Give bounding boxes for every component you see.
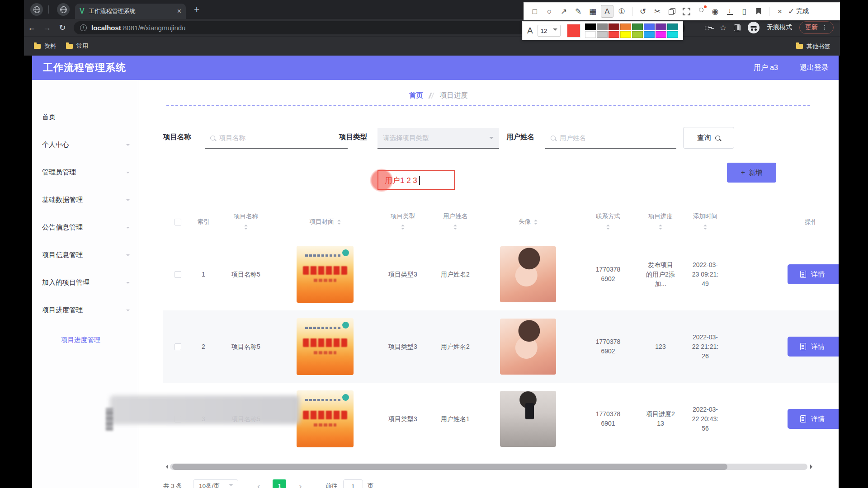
sort-desc-icon[interactable] (703, 228, 707, 231)
sort-asc-icon[interactable] (453, 223, 457, 226)
project-cover-image[interactable] (297, 246, 354, 303)
project-cover-image[interactable] (297, 390, 354, 447)
column-header-7[interactable]: 联系方式 (578, 212, 638, 231)
bookmark-folder-2[interactable]: 常用 (66, 42, 88, 50)
column-header-6[interactable]: 头像 (478, 218, 578, 226)
done-button[interactable]: ✓完成 (788, 5, 809, 18)
column-header-4[interactable]: 项目类型 (373, 212, 433, 231)
window-icon[interactable] (30, 3, 43, 16)
copy-button[interactable] (665, 5, 678, 18)
avatar-image[interactable] (500, 391, 556, 447)
row-checkbox[interactable] (175, 343, 181, 350)
project-type-select[interactable]: 请选择项目类型 (377, 128, 499, 149)
column-header-9[interactable]: 添加时间 (683, 212, 727, 231)
device-button[interactable]: ▯ (738, 5, 750, 18)
sort-arrows[interactable] (606, 223, 610, 231)
other-bookmarks[interactable]: 其他书签 (796, 37, 830, 56)
detail-button[interactable]: 详情 (788, 409, 839, 429)
color-swatch[interactable] (609, 31, 619, 38)
color-swatch[interactable] (597, 31, 608, 38)
horizontal-scrollbar[interactable] (163, 463, 815, 470)
project-cover-image[interactable] (297, 318, 354, 375)
color-swatch[interactable] (667, 23, 678, 30)
tab-close-button[interactable]: × (177, 7, 181, 15)
back-button[interactable]: ← (24, 23, 39, 33)
sort-asc-icon[interactable] (659, 223, 662, 226)
color-swatch[interactable] (632, 31, 643, 38)
detail-button[interactable]: 详情 (788, 264, 839, 284)
color-swatch[interactable] (656, 31, 666, 38)
select-all-checkbox[interactable] (175, 219, 181, 225)
add-button[interactable]: + 新增 (727, 163, 776, 183)
detail-button[interactable]: 详情 (788, 337, 839, 357)
sort-desc-icon[interactable] (244, 228, 248, 231)
bookmark-button[interactable] (752, 5, 765, 18)
select-region-button[interactable] (680, 5, 693, 18)
sidebar-subitem-active[interactable]: 项目进度管理 (32, 328, 138, 351)
sidebar-item-6[interactable]: 项目信息管理 (32, 241, 138, 269)
sort-desc-icon[interactable] (534, 223, 538, 226)
color-swatch[interactable] (656, 23, 666, 30)
sort-desc-icon[interactable] (453, 228, 457, 231)
search-button[interactable]: 查询 (683, 127, 734, 149)
sort-arrows[interactable] (534, 218, 538, 226)
prev-page-button[interactable]: ‹ (257, 481, 260, 488)
sort-desc-icon[interactable] (659, 228, 662, 231)
sort-arrows[interactable] (703, 223, 707, 231)
column-header-10[interactable]: 操作 (727, 206, 839, 238)
sort-asc-icon[interactable] (401, 223, 405, 226)
sort-asc-icon[interactable] (703, 223, 707, 226)
new-tab-button[interactable]: + (194, 4, 199, 15)
goto-page-input[interactable]: 1 (343, 479, 363, 488)
sidebar-item-4[interactable]: 基础数据管理 (32, 186, 138, 214)
step-number-tool-button[interactable]: ① (615, 5, 628, 18)
color-swatch[interactable] (585, 31, 596, 38)
scroll-left-arrow[interactable] (164, 465, 168, 469)
close-button[interactable]: × (774, 5, 786, 18)
update-chip[interactable]: 更新 ⋮ (799, 21, 834, 34)
column-header-1[interactable]: 索引 (192, 218, 215, 226)
arrow-tool-button[interactable]: ↗ (557, 5, 570, 18)
color-swatch[interactable] (585, 23, 596, 30)
sort-arrows[interactable] (401, 223, 405, 231)
column-header-8[interactable]: 项目进度 (638, 212, 683, 231)
sort-arrows[interactable] (453, 223, 457, 231)
selected-color-swatch[interactable] (567, 24, 580, 38)
sort-desc-icon[interactable] (606, 228, 610, 231)
sort-asc-icon[interactable] (244, 223, 248, 226)
page-size-select[interactable]: 10条/页 (193, 479, 238, 488)
color-swatch[interactable] (609, 23, 619, 30)
forward-button[interactable]: → (39, 23, 55, 33)
project-name-input[interactable]: 项目名称 (205, 128, 348, 149)
logout-link[interactable]: 退出登录 (800, 63, 829, 73)
row-checkbox[interactable] (175, 271, 181, 278)
avatar-image[interactable] (500, 319, 556, 375)
column-header-5[interactable]: 用户姓名 (433, 212, 478, 231)
undo-button[interactable]: ↺ (637, 5, 649, 18)
color-swatch[interactable] (667, 31, 678, 38)
column-header-3[interactable]: 项目封面 (277, 218, 373, 226)
avatar-image[interactable] (500, 246, 556, 302)
color-swatch[interactable] (644, 31, 655, 38)
ellipse-tool-button[interactable]: ○ (543, 5, 556, 18)
window-icon-2[interactable] (57, 3, 70, 16)
browser-tab[interactable]: V 工作流程管理系统 × (75, 4, 186, 19)
sidebar-item-3[interactable]: 管理员管理 (32, 159, 138, 186)
mosaic-tool-button[interactable]: ▦ (586, 5, 599, 18)
sidebar-item-7[interactable]: 加入的项目管理 (32, 269, 138, 296)
download-button[interactable] (723, 5, 736, 18)
current-user[interactable]: 用户 a3 (754, 63, 778, 73)
sort-asc-icon[interactable] (606, 223, 610, 226)
scroll-right-arrow[interactable] (810, 465, 815, 469)
next-page-button[interactable]: › (299, 481, 302, 488)
color-swatch[interactable] (620, 31, 631, 38)
color-swatch[interactable] (620, 23, 631, 30)
pen-tool-button[interactable]: ✎ (572, 5, 585, 18)
sort-arrows[interactable] (244, 223, 248, 231)
color-swatch[interactable] (644, 23, 655, 30)
record-button[interactable]: ◉ (709, 5, 722, 18)
sidebar-item-8[interactable]: 项目进度管理 (32, 296, 138, 324)
column-header-2[interactable]: 项目名称 (215, 212, 277, 231)
scrollbar-thumb[interactable] (172, 464, 727, 470)
color-swatch[interactable] (632, 23, 643, 30)
